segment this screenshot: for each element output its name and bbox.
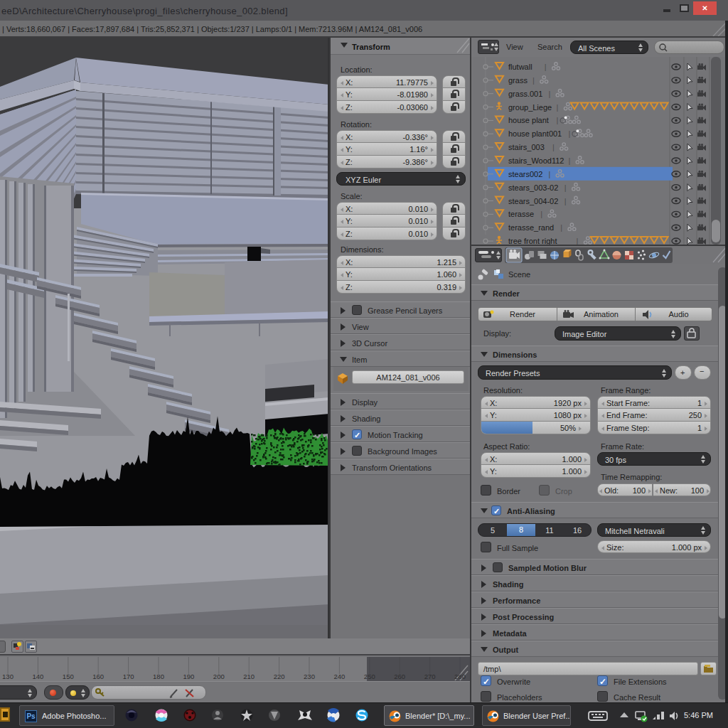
- svg-text:220: 220: [274, 673, 285, 680]
- svg-text:|: |: [564, 183, 567, 192]
- svg-text:200: 200: [213, 673, 225, 680]
- svg-text:210: 210: [243, 673, 255, 680]
- svg-text:|: |: [545, 63, 547, 71]
- svg-text:190: 190: [183, 673, 194, 680]
- svg-text:|: |: [560, 223, 562, 232]
- svg-text:270: 270: [424, 673, 436, 680]
- svg-text:160: 160: [92, 673, 104, 680]
- svg-text:|: |: [548, 170, 550, 178]
- svg-text:stears_003-02: stears_003-02: [508, 183, 558, 192]
- svg-text:group_Liege: group_Liege: [508, 103, 552, 112]
- svg-text:stears_004-02: stears_004-02: [508, 197, 558, 205]
- svg-text:tree front right: tree front right: [508, 237, 557, 245]
- svg-text:130: 130: [2, 673, 14, 680]
- svg-text:150: 150: [63, 673, 74, 680]
- svg-text:|: |: [540, 210, 542, 218]
- svg-text:260: 260: [394, 673, 405, 680]
- svg-text:flutwall: flutwall: [508, 63, 532, 71]
- svg-text:|: |: [568, 129, 570, 138]
- svg-text:stears002: stears002: [508, 170, 542, 178]
- svg-text:|: |: [564, 197, 567, 205]
- svg-text:230: 230: [304, 673, 315, 680]
- svg-text:180: 180: [153, 673, 164, 680]
- svg-text:|: |: [557, 116, 559, 124]
- svg-text:250: 250: [364, 673, 375, 680]
- svg-text:stairs_003: stairs_003: [508, 143, 545, 151]
- svg-text:|: |: [568, 156, 570, 165]
- svg-text:house plant: house plant: [508, 116, 549, 124]
- svg-text:terasse_rand: terasse_rand: [508, 223, 554, 232]
- svg-text:grass: grass: [508, 76, 528, 85]
- svg-text:|: |: [532, 76, 535, 85]
- svg-text:240: 240: [333, 673, 345, 680]
- svg-text:house plant001: house plant001: [508, 129, 562, 138]
- svg-text:stairs_Wood112: stairs_Wood112: [508, 156, 564, 165]
- svg-text:|: |: [577, 237, 579, 245]
- svg-text:grass.001: grass.001: [508, 90, 542, 98]
- svg-text:|: |: [548, 90, 550, 98]
- svg-text:280: 280: [454, 673, 466, 680]
- svg-text:terasse: terasse: [508, 210, 534, 218]
- svg-text:|: |: [552, 143, 555, 151]
- svg-text:140: 140: [32, 673, 43, 680]
- svg-text:|: |: [557, 103, 559, 112]
- svg-text:170: 170: [123, 673, 134, 680]
